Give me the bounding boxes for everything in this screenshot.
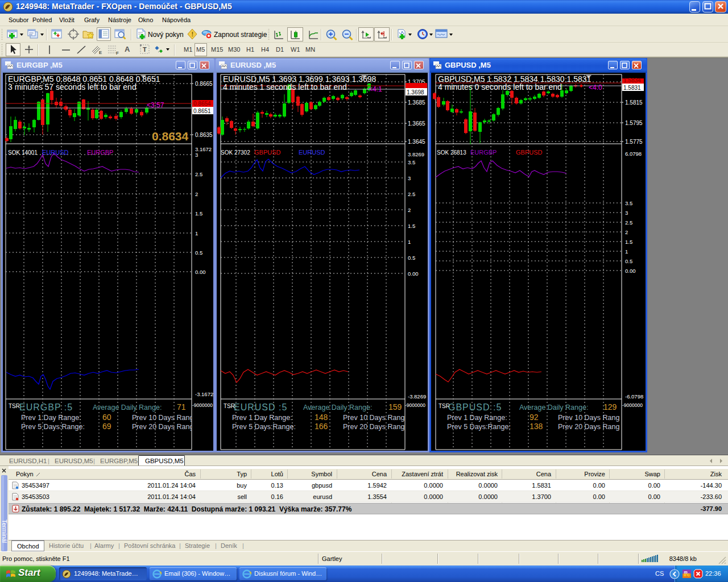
svg-text:129: 129: [603, 402, 617, 411]
svg-text:<4:1: <4:1: [369, 85, 382, 93]
svg-text:0.5: 0.5: [625, 258, 632, 264]
svg-text:1.5: 1.5: [625, 239, 632, 245]
svg-text:0.00: 0.00: [195, 269, 206, 275]
svg-text:GBPUSD :5: GBPUSD :5: [448, 402, 502, 412]
svg-text:Prev 1 Day Range:: Prev 1 Day Range:: [232, 414, 292, 422]
svg-text:<4:0: <4:0: [589, 84, 602, 92]
svg-text:-9000000: -9000000: [192, 402, 213, 408]
svg-text:1: 1: [625, 248, 628, 255]
svg-text:Prev 5 Days:Range:: Prev 5 Days:Range:: [447, 423, 511, 431]
svg-text:69: 69: [102, 422, 111, 431]
svg-text:m: m: [684, 570, 688, 574]
svg-text:60: 60: [102, 413, 111, 422]
svg-text:Prev 20 Days Rang: Prev 20 Days Rang: [132, 423, 193, 431]
svg-text:SOK 27302: SOK 27302: [221, 149, 250, 156]
svg-text:0.00: 0.00: [625, 268, 636, 274]
svg-text:148: 148: [315, 413, 328, 422]
svg-text:2.5: 2.5: [625, 219, 632, 226]
svg-text:1: 1: [195, 230, 198, 236]
svg-text:EURUSD: EURUSD: [42, 149, 69, 156]
svg-text:Average Daily Range:: Average Daily Range:: [519, 404, 588, 411]
svg-text:71: 71: [177, 402, 186, 411]
svg-text:-9000000: -9000000: [405, 402, 425, 408]
svg-text:1.5831: 1.5831: [623, 85, 641, 91]
svg-text:Prev 20 Days Rang: Prev 20 Days Rang: [558, 423, 619, 431]
svg-text:GBPUSD: GBPUSD: [516, 149, 543, 156]
svg-text:EURGBP: EURGBP: [470, 149, 497, 156]
svg-text:138: 138: [530, 422, 543, 431]
svg-text:3.5: 3.5: [408, 159, 415, 165]
svg-text:1.3685: 1.3685: [408, 99, 425, 106]
svg-text:166: 166: [315, 422, 328, 431]
svg-text:3: 3: [625, 210, 628, 216]
svg-text:6.0798: 6.0798: [625, 151, 642, 157]
svg-text:159: 159: [388, 402, 402, 411]
svg-text:3.8269: 3.8269: [408, 151, 424, 157]
svg-text:3 minutes 57 seconds left to b: 3 minutes 57 seconds left to bar end: [8, 82, 136, 92]
svg-text:1: 1: [408, 239, 411, 245]
svg-text:1.5775: 1.5775: [625, 139, 643, 145]
svg-text:4 minutes 0 seconds left to ba: 4 minutes 0 seconds left to bar end: [438, 82, 562, 92]
svg-text:3: 3: [195, 152, 198, 158]
svg-text:TSR: TSR: [9, 403, 20, 409]
svg-text:0.8634: 0.8634: [152, 130, 189, 143]
svg-text:Average Daily Range:: Average Daily Range:: [93, 404, 162, 411]
svg-text:2: 2: [195, 191, 198, 197]
svg-text:3.5: 3.5: [625, 200, 632, 206]
svg-text:Prev 20 Days Rang: Prev 20 Days Rang: [343, 423, 404, 431]
svg-text:Prev 10 Days Rang: Prev 10 Days Rang: [558, 414, 619, 422]
svg-text:1.3645: 1.3645: [408, 139, 425, 145]
svg-text:0.5: 0.5: [195, 250, 202, 256]
svg-text:1.3698: 1.3698: [407, 89, 424, 95]
svg-text:2.5: 2.5: [195, 171, 202, 177]
svg-text:-3.1672: -3.1672: [195, 391, 213, 397]
svg-text:-9000000: -9000000: [622, 402, 643, 408]
svg-text:1.5815: 1.5815: [625, 99, 643, 106]
svg-text:2.5: 2.5: [408, 191, 415, 197]
svg-text:1.5: 1.5: [408, 223, 415, 229]
svg-text:1.5834: 1.5834: [623, 77, 641, 84]
svg-text:Terminál: Terminál: [1, 519, 8, 543]
svg-text:2: 2: [408, 207, 411, 213]
svg-text:GBPUSD: GBPUSD: [254, 149, 281, 156]
svg-text:EURUSD :5: EURUSD :5: [234, 402, 287, 412]
svg-text:1.5: 1.5: [195, 210, 202, 217]
svg-text:EURUSD: EURUSD: [299, 149, 325, 156]
svg-text:Prev 1 Day Range:: Prev 1 Day Range:: [447, 414, 507, 422]
svg-text:EURGBP: EURGBP: [87, 149, 113, 156]
svg-text:0.8654: 0.8654: [193, 101, 211, 107]
svg-text:!: !: [192, 31, 194, 38]
svg-text:Prev 5 Days:Range:: Prev 5 Days:Range:: [232, 423, 296, 431]
svg-text:TSR: TSR: [224, 403, 235, 409]
svg-text:0.00: 0.00: [408, 271, 419, 277]
svg-text:92: 92: [530, 413, 539, 422]
svg-text:E: E: [99, 50, 102, 55]
svg-text:3: 3: [408, 175, 411, 181]
svg-text:Prev 5 Days:Range:: Prev 5 Days:Range:: [21, 423, 85, 431]
svg-text:Prev 10 Days Rang: Prev 10 Days Rang: [343, 414, 404, 422]
svg-text:2: 2: [625, 229, 628, 235]
svg-text:Prev 10 Days Rang: Prev 10 Days Rang: [132, 414, 193, 422]
svg-text:Average Daily Range:: Average Daily Range:: [303, 404, 372, 411]
svg-text:F: F: [116, 51, 119, 56]
svg-text:Prev 1 Day Range:: Prev 1 Day Range:: [21, 414, 81, 422]
svg-text:T: T: [143, 46, 147, 53]
svg-text:<3:57: <3:57: [147, 101, 164, 109]
svg-text:EURGBP :5: EURGBP :5: [19, 402, 73, 412]
svg-text:SOK 26813: SOK 26813: [437, 149, 466, 156]
svg-text:SOK 14001: SOK 14001: [8, 149, 38, 156]
svg-text:4 minutes 1 seconds left to ba: 4 minutes 1 seconds left to bar end: [223, 82, 347, 92]
svg-text:0.5: 0.5: [408, 255, 415, 261]
svg-text:1.5795: 1.5795: [625, 120, 643, 126]
svg-text:1.3665: 1.3665: [408, 120, 425, 127]
svg-text:-3.8269: -3.8269: [408, 393, 426, 400]
svg-text:0.8651: 0.8651: [193, 108, 211, 114]
svg-text:0.8635: 0.8635: [195, 132, 213, 138]
svg-text:-6.0798: -6.0798: [625, 393, 643, 400]
svg-text:0.8665: 0.8665: [195, 81, 213, 87]
